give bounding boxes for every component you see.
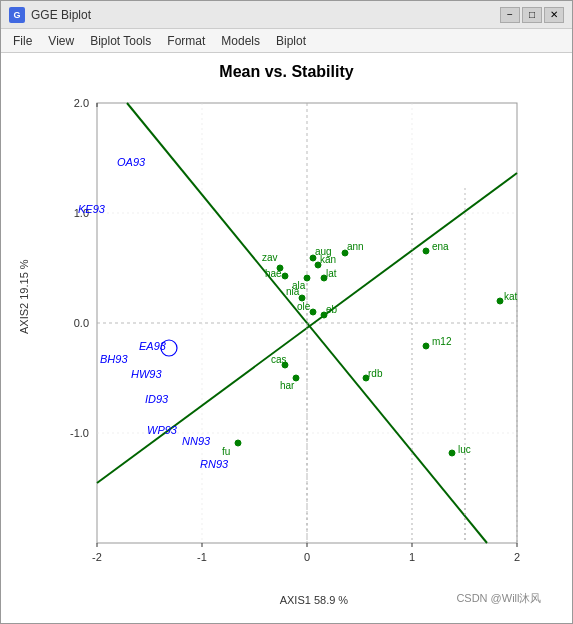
- svg-text:lat: lat: [326, 268, 337, 279]
- biplot-svg: -2 -1 0 1 2 2.0 1.0 0.0 -1.0: [67, 93, 537, 583]
- svg-text:eb: eb: [326, 304, 338, 315]
- svg-text:kat: kat: [504, 291, 518, 302]
- menu-format[interactable]: Format: [159, 32, 213, 50]
- svg-point-59: [423, 248, 429, 254]
- watermark: CSDN @Will沐风: [456, 591, 541, 606]
- svg-point-45: [310, 309, 316, 315]
- menu-biplot-tools[interactable]: Biplot Tools: [82, 32, 159, 50]
- svg-text:rdb: rdb: [368, 368, 383, 379]
- svg-text:EA93: EA93: [139, 340, 167, 352]
- svg-text:-2: -2: [92, 551, 102, 563]
- svg-text:kan: kan: [320, 254, 336, 265]
- minimize-button[interactable]: −: [500, 7, 520, 23]
- svg-text:OA93: OA93: [117, 156, 146, 168]
- svg-text:BH93: BH93: [100, 353, 128, 365]
- title-controls: − □ ✕: [500, 7, 564, 23]
- svg-text:ole: ole: [297, 301, 311, 312]
- svg-point-37: [282, 273, 288, 279]
- svg-text:NN93: NN93: [182, 435, 211, 447]
- svg-point-61: [497, 298, 503, 304]
- svg-text:ena: ena: [432, 241, 449, 252]
- menu-models[interactable]: Models: [213, 32, 268, 50]
- app-icon: G: [9, 7, 25, 23]
- svg-point-57: [423, 343, 429, 349]
- svg-text:cas: cas: [271, 354, 287, 365]
- svg-point-63: [449, 450, 455, 456]
- svg-text:m12: m12: [432, 336, 452, 347]
- svg-text:ID93: ID93: [145, 393, 169, 405]
- svg-text:KE93: KE93: [78, 203, 106, 215]
- menu-view[interactable]: View: [40, 32, 82, 50]
- svg-text:ann: ann: [347, 241, 364, 252]
- svg-text:luc: luc: [458, 444, 471, 455]
- svg-text:fu: fu: [222, 446, 230, 457]
- menu-biplot[interactable]: Biplot: [268, 32, 314, 50]
- plot-container: AXIS2 19.15 % Mean vs. Stability: [22, 58, 552, 618]
- svg-text:nia: nia: [286, 286, 300, 297]
- plot-area: AXIS2 19.15 % Mean vs. Stability: [1, 53, 572, 623]
- svg-text:-1.0: -1.0: [70, 427, 89, 439]
- main-window: G GGE Biplot − □ ✕ File View Biplot Tool…: [0, 0, 573, 624]
- svg-text:HW93: HW93: [131, 368, 162, 380]
- maximize-button[interactable]: □: [522, 7, 542, 23]
- plot-title: Mean vs. Stability: [219, 63, 353, 81]
- menu-bar: File View Biplot Tools Format Models Bip…: [1, 29, 572, 53]
- svg-text:1: 1: [408, 551, 414, 563]
- y-axis-label: AXIS2 19.15 %: [18, 259, 30, 334]
- x-axis-label: AXIS1 58.9 %: [280, 594, 349, 606]
- svg-text:0.0: 0.0: [73, 317, 88, 329]
- svg-text:-1: -1: [197, 551, 207, 563]
- svg-text:har: har: [280, 380, 295, 391]
- svg-text:hae: hae: [265, 268, 282, 279]
- svg-point-55: [235, 440, 241, 446]
- title-bar: G GGE Biplot − □ ✕: [1, 1, 572, 29]
- menu-file[interactable]: File: [5, 32, 40, 50]
- svg-text:zav: zav: [262, 252, 278, 263]
- svg-text:WP93: WP93: [147, 424, 178, 436]
- window-title: GGE Biplot: [31, 8, 91, 22]
- svg-text:2.0: 2.0: [73, 97, 88, 109]
- svg-text:2: 2: [513, 551, 519, 563]
- close-button[interactable]: ✕: [544, 7, 564, 23]
- svg-text:RN93: RN93: [200, 458, 229, 470]
- title-bar-left: G GGE Biplot: [9, 7, 91, 23]
- svg-text:0: 0: [303, 551, 309, 563]
